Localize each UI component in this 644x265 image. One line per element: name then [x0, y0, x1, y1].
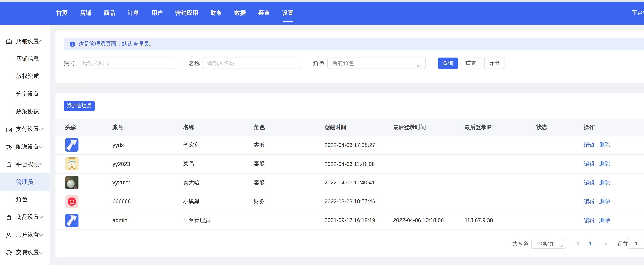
- sidebar-group-goods-settings[interactable]: 商品设置: [0, 209, 50, 226]
- sidebar-group-trade-settings[interactable]: 交易设置: [0, 244, 50, 261]
- table-row: yy2023 菜鸟 客服 2022-04-06 11:41:08 编辑删除: [56, 155, 644, 174]
- table-body: yyds 李宏利 客服 2022-04-06 17:38:27 编辑删除 yy2…: [56, 136, 644, 230]
- nav-item-users[interactable]: 用户: [152, 9, 163, 17]
- nav-item-goods[interactable]: 商品: [104, 9, 115, 17]
- chevron-down-icon: [559, 243, 563, 245]
- edit-link[interactable]: 编辑: [584, 217, 594, 223]
- chevron-up-icon: [38, 40, 43, 43]
- chevron-up-icon: [38, 163, 43, 166]
- wallet-icon: [5, 126, 12, 133]
- sidebar-item-shop-info[interactable]: 店铺信息: [0, 50, 50, 68]
- info-banner: i 这是管理员页面，默认管理员。: [64, 38, 644, 50]
- account-label: 账号: [64, 57, 75, 69]
- edit-link[interactable]: 编辑: [584, 161, 594, 167]
- sidebar-label: 配送设置: [16, 143, 39, 151]
- cell-account: yyds: [112, 142, 183, 148]
- col-header-status: 状态: [536, 124, 584, 131]
- sidebar-group-shop-settings[interactable]: 店铺设置: [0, 32, 50, 50]
- shop-icon: [5, 38, 12, 45]
- name-input-wrap: [202, 57, 301, 69]
- nav-item-orders[interactable]: 订单: [128, 9, 139, 17]
- truck-icon: [5, 143, 12, 150]
- avatar-sad-face: [65, 195, 78, 208]
- cell-last-login-ip: 113.67.9.38: [464, 217, 536, 223]
- sidebar-label: 用户设置: [16, 231, 39, 239]
- next-page-arrow-icon[interactable]: [604, 242, 607, 246]
- page-size-select[interactable]: 10条/页: [531, 239, 566, 249]
- edit-link[interactable]: 编辑: [584, 180, 594, 186]
- top-nav: 首页 店铺 商品 订单 用户 营销应用 财务 数据 渠道 设置 平台管理员: [0, 1, 644, 25]
- col-header-avatar: 头像: [65, 124, 112, 131]
- export-button[interactable]: 导出: [484, 57, 504, 69]
- sidebar-group-delivery-settings[interactable]: 配送设置: [0, 138, 50, 156]
- sidebar-item-policy[interactable]: 政策协议: [0, 103, 50, 121]
- col-header-last-login-time: 最后登录时间: [393, 124, 464, 131]
- delete-link[interactable]: 删除: [599, 217, 610, 223]
- col-header-last-login-ip: 最后登录IP: [464, 124, 536, 131]
- nav-item-channels[interactable]: 渠道: [258, 9, 270, 17]
- sidebar-label-active: 管理员: [16, 178, 33, 186]
- nav-user-label[interactable]: 平台管理员: [632, 9, 644, 17]
- sidebar-label: 分享设置: [16, 90, 39, 98]
- avatar-blue-arrow: [65, 214, 78, 227]
- role-select-value: 所有角色: [332, 58, 354, 68]
- cell-role: 客服: [254, 141, 324, 149]
- cell-account: admin: [112, 217, 183, 223]
- pagination: 共 5 条 10条/页 1 前往: [56, 239, 644, 249]
- pagination-total: 共 5 条: [512, 239, 529, 249]
- nav-item-finance[interactable]: 财务: [210, 9, 222, 17]
- delete-link[interactable]: 删除: [599, 180, 610, 186]
- avatar-glass-ball: [65, 176, 78, 189]
- prev-page-arrow-icon[interactable]: [576, 242, 579, 246]
- chevron-down-icon: [38, 251, 43, 254]
- nav-item-home[interactable]: 首页: [56, 9, 68, 17]
- sidebar-label: 版权资质: [16, 73, 39, 80]
- reset-button[interactable]: 重置: [461, 57, 481, 69]
- table-row: yy2022 秦大哈 客服 2022-04-06 11:40:41 编辑删除: [56, 174, 644, 192]
- edit-link[interactable]: 编辑: [584, 198, 594, 204]
- sidebar-item-share-settings[interactable]: 分享设置: [0, 85, 50, 103]
- chevron-down-icon: [38, 146, 43, 148]
- col-header-created: 创建时间: [324, 124, 393, 131]
- avatar-blue-arrow: [65, 138, 78, 152]
- col-header-role: 角色: [254, 124, 324, 131]
- add-admin-button[interactable]: 添加管理员: [64, 101, 95, 111]
- sidebar-item-copyright[interactable]: 版权资质: [0, 68, 50, 85]
- col-header-actions: 操作: [584, 124, 644, 131]
- col-header-account: 账号: [112, 124, 183, 131]
- cell-role: 客服: [254, 179, 324, 186]
- info-icon: i: [70, 41, 75, 47]
- nav-item-settings[interactable]: 设置: [282, 9, 294, 17]
- cell-role: 客服: [254, 160, 324, 168]
- role-label: 角色: [313, 57, 324, 69]
- top-nav-menu: 首页 店铺 商品 订单 用户 营销应用 财务 数据 渠道 设置: [56, 1, 294, 25]
- goto-page-input[interactable]: [628, 239, 644, 249]
- query-button[interactable]: 查询: [438, 57, 458, 69]
- sidebar: 店铺设置 店铺信息 版权资质 分享设置 政策协议 支付设置 配送设置 平台权限: [0, 25, 50, 265]
- nav-item-shop[interactable]: 店铺: [80, 9, 91, 17]
- cell-created: 2022-04-06 11:40:41: [324, 180, 393, 186]
- name-input[interactable]: [203, 58, 300, 68]
- sidebar-group-user-settings[interactable]: 用户设置: [0, 226, 50, 244]
- cell-created: 2021-09-17 16:19:19: [324, 217, 393, 223]
- sidebar-group-platform-auth[interactable]: 平台权限: [0, 156, 50, 173]
- role-select[interactable]: 所有角色: [328, 57, 426, 69]
- delete-link[interactable]: 删除: [599, 161, 610, 167]
- lock-icon: [5, 161, 12, 168]
- sidebar-item-roles[interactable]: 角色: [0, 191, 50, 209]
- nav-item-data[interactable]: 数据: [234, 9, 246, 17]
- col-header-name: 名称: [183, 124, 254, 131]
- delete-link[interactable]: 删除: [599, 198, 610, 204]
- cell-account: 666666: [112, 199, 183, 205]
- sidebar-item-admins[interactable]: 管理员: [0, 173, 50, 191]
- delete-link[interactable]: 删除: [599, 142, 610, 148]
- cell-last-login-time: 2022-04-06 10:18:06: [393, 217, 464, 223]
- account-input[interactable]: [78, 58, 176, 68]
- sidebar-group-payment-settings[interactable]: 支付设置: [0, 121, 50, 138]
- sidebar-label: 店铺信息: [16, 55, 39, 63]
- edit-link[interactable]: 编辑: [584, 142, 594, 148]
- page-number-1[interactable]: 1: [589, 239, 592, 249]
- nav-item-marketing[interactable]: 营销应用: [175, 9, 198, 17]
- cell-name: 李宏利: [183, 141, 254, 149]
- exchange-arrows-icon: [5, 249, 12, 256]
